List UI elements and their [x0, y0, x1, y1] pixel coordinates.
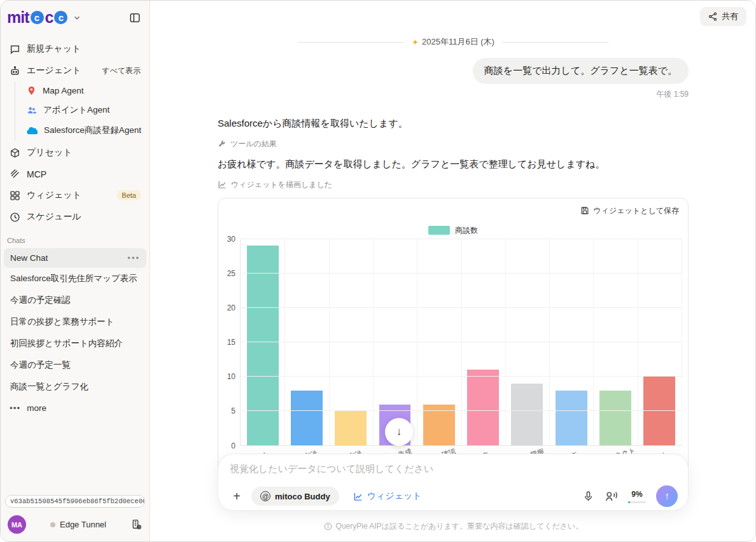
bar-評価	[556, 391, 587, 446]
chats-section-label: Chats	[1, 228, 150, 248]
tunnel-token-field[interactable]: v63ab51508545f5906eb86f5fb2d0ece00ac	[5, 495, 145, 508]
agent-label: アポイントAgent	[43, 104, 109, 116]
scroll-to-bottom-button[interactable]: ↓	[385, 418, 413, 446]
cube-icon	[10, 148, 20, 158]
info-icon	[324, 522, 332, 531]
usage-indicator: 9%	[628, 490, 646, 503]
bar-価格交渉	[335, 411, 367, 445]
tunnel-label: Edge Tunnel	[60, 520, 106, 529]
sidebar-item-mcp[interactable]: MCP	[1, 163, 150, 184]
sidebar-header: mitccc	[1, 1, 150, 33]
sidebar-item-agents[interactable]: エージェント すべて表示	[1, 60, 150, 81]
save-widget-button[interactable]: ウィジェットとして保存	[580, 205, 679, 216]
tool-result-row[interactable]: ツールの結果	[218, 139, 689, 149]
assistant-message: お疲れ様です。商談データを取得しました。グラフと一覧表で整理してお見せしますね。	[218, 157, 689, 171]
sidebar: mitccc 新規チャット エージェント すべて表示 Map Agentアポイン…	[1, 1, 150, 541]
more-chats-button[interactable]: ••• more	[1, 398, 150, 419]
agent-label: Map Agent	[43, 86, 84, 95]
bar-提案	[467, 370, 499, 445]
disclaimer: QueryPie AIPは誤ることがあります。重要な内容は確認してください。	[150, 521, 756, 532]
share-button[interactable]: 共有	[700, 7, 746, 26]
chart-legend: 商談数	[218, 225, 688, 236]
edge-tunnel-status[interactable]: Edge Tunnel	[50, 520, 106, 529]
logo-o-icon: c	[31, 11, 44, 24]
chat-bubble-icon	[10, 44, 20, 55]
logo-c: c	[45, 8, 53, 27]
sidebar-bottom: v63ab51508545f5906eb86f5fb2d0ece00ac MA …	[1, 490, 150, 541]
microphone-icon[interactable]	[582, 490, 594, 503]
bar-最終交渉	[291, 391, 323, 446]
agent-item[interactable]: アポイントAgent	[17, 100, 150, 120]
sidebar-item-preset[interactable]: プリセット	[1, 142, 150, 163]
voice-mode-icon[interactable]	[605, 490, 618, 503]
sparkles-icon: ✦	[412, 38, 419, 47]
save-widget-label: ウィジェットとして保存	[593, 205, 679, 216]
chat-list-item[interactable]: 今週の予定確認	[4, 289, 146, 311]
send-button[interactable]: ↑	[656, 485, 678, 507]
nav-label: スケジュール	[27, 211, 81, 223]
main-area: 共有 ✦2025年11月6日 (木) 商談を一覧で出力して。グラフと一覧表で。 …	[150, 1, 756, 541]
date-label: 2025年11月6日 (木)	[422, 36, 494, 48]
ellipsis-icon: •••	[10, 403, 20, 413]
chat-list: New Chat•••Salesforce取引先住所マップ表示今週の予定確認日常…	[1, 248, 150, 398]
agents-sublist: Map AgentアポイントAgentSalesforce商談登録Agent	[15, 81, 150, 141]
nav-label: プリセット	[27, 147, 73, 158]
chat-list-item[interactable]: 今週の予定一覧	[4, 354, 146, 376]
robot-icon	[10, 66, 20, 76]
users-icon	[27, 106, 37, 115]
widget-mode-label: ウィジェット	[367, 490, 422, 502]
tool-result-label: ツールの結果	[230, 139, 277, 149]
more-label: more	[27, 403, 46, 413]
mention-pill[interactable]: @ mitoco Buddy	[251, 487, 339, 506]
pin-icon	[27, 86, 36, 95]
assistant-message: Salesforceから商談情報を取得いたします。	[218, 116, 689, 130]
show-all-link[interactable]: すべて表示	[102, 66, 141, 76]
logo-text: mit	[7, 8, 29, 27]
wrench-icon	[218, 140, 226, 148]
chart-line-icon	[353, 492, 363, 501]
chart-y-axis: 051015202530	[221, 239, 240, 446]
chat-options-icon[interactable]: •••	[127, 253, 140, 263]
chat-list-item[interactable]: New Chat•••	[4, 248, 146, 268]
logo-o-icon: c	[54, 11, 67, 24]
chat-list-item[interactable]: 商談一覧とグラフ化	[4, 376, 146, 398]
chart-plot-area	[240, 239, 682, 446]
agent-item[interactable]: Map Agent	[17, 81, 150, 100]
layers-icon	[10, 169, 20, 179]
app-logo[interactable]: mitccc	[7, 8, 81, 27]
composer-input[interactable]: 視覚化したいデータについて説明してください	[230, 463, 678, 475]
legend-swatch	[428, 226, 450, 235]
sidebar-item-schedule[interactable]: スケジュール	[1, 206, 150, 228]
share-label: 共有	[722, 11, 738, 22]
org-settings-icon[interactable]	[130, 518, 143, 531]
disclaimer-text: QueryPie AIPは誤ることがあります。重要な内容は確認してください。	[336, 521, 584, 532]
nav-label: 新規チャット	[27, 43, 81, 55]
bar-受注	[247, 246, 279, 445]
chat-list-item[interactable]: 初回挨拶とサポート内容紹介	[4, 333, 146, 354]
save-icon	[580, 206, 589, 215]
sidebar-item-widget[interactable]: ウィジェット Beta	[1, 184, 150, 206]
attach-button[interactable]: +	[230, 489, 244, 504]
nav-label: ウィジェット	[27, 190, 81, 201]
widget-drawn-label: ウィジェットを描画しました	[231, 179, 332, 190]
mention-label: mitoco Buddy	[275, 492, 330, 501]
agent-item[interactable]: Salesforce商談登録Agent	[17, 120, 150, 141]
chevron-down-icon[interactable]	[73, 13, 81, 22]
date-divider: ✦2025年11月6日 (木)	[298, 36, 608, 48]
chat-column: ✦2025年11月6日 (木) 商談を一覧で出力して。グラフと一覧表で。 午後 …	[218, 1, 689, 497]
bar-初回コンタクト	[599, 391, 631, 446]
legend-label: 商談数	[455, 225, 478, 236]
chart-line-icon	[218, 180, 227, 189]
sidebar-item-new-chat[interactable]: 新規チャット	[1, 38, 150, 60]
widget-mode-button[interactable]: ウィジェット	[353, 490, 422, 502]
beta-badge: Beta	[117, 190, 141, 200]
avatar[interactable]: MA	[8, 515, 26, 534]
chat-list-item[interactable]: 日常の挨拶と業務サポート	[4, 311, 146, 333]
usage-label: 9%	[631, 490, 642, 499]
widget-drawn-row[interactable]: ウィジェットを描画しました	[218, 179, 689, 190]
nav-label: エージェント	[27, 65, 81, 76]
cloud-icon	[27, 126, 38, 135]
agent-label: Salesforce商談登録Agent	[44, 125, 141, 136]
chat-list-item[interactable]: Salesforce取引先住所マップ表示	[4, 268, 146, 289]
sidebar-toggle-icon[interactable]	[129, 12, 141, 24]
